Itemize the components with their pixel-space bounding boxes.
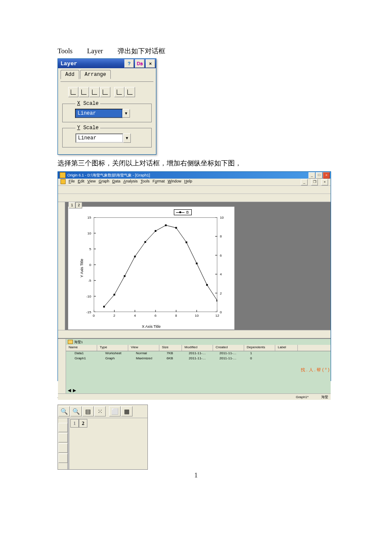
toolbar-button[interactable] (282, 331, 289, 338)
toolbar-button[interactable] (217, 331, 224, 338)
maximize-icon[interactable]: □ (316, 172, 323, 179)
vtool-button[interactable] (58, 305, 65, 312)
toolbar-button[interactable] (299, 186, 306, 193)
toolbar-button[interactable] (95, 186, 101, 193)
toolbar-button[interactable] (66, 194, 72, 201)
toolbar-button[interactable] (79, 331, 86, 338)
dock-icon-button[interactable]: Dʙ (135, 59, 144, 68)
toolbar-button[interactable] (233, 331, 239, 338)
y-axis-title[interactable]: Y Axis Title (80, 259, 84, 278)
snippet-layer-1[interactable]: 1 (70, 419, 79, 428)
toolbar-button[interactable] (275, 331, 282, 338)
layout-icon-2[interactable] (58, 433, 68, 442)
toolbar-button[interactable] (292, 186, 299, 193)
zoom-in-icon[interactable]: 🔍 (58, 406, 70, 416)
project-scroll[interactable]: ◀ ▶ (66, 387, 76, 393)
toolbar-button[interactable] (96, 194, 103, 201)
toolbar-button[interactable] (88, 186, 95, 193)
layer-tabs[interactable]: 1 2 (69, 202, 82, 208)
toolbar-button[interactable] (153, 331, 159, 338)
toolbar-button[interactable] (125, 194, 132, 201)
toolbar-button[interactable] (72, 194, 79, 201)
zoom-out-icon[interactable]: 🔍 (70, 406, 82, 416)
toolbar-button[interactable] (234, 186, 241, 193)
toolbar-button[interactable] (161, 186, 168, 193)
toolbar-button[interactable] (95, 331, 101, 338)
snippet-layer-tabs[interactable]: 1 2 (70, 419, 87, 428)
vtool-button[interactable] (58, 203, 65, 210)
table-row[interactable]: Data1WorksheetNormal7KB2011-11-…2011-11-… (72, 351, 331, 356)
col-header[interactable]: Modified (182, 345, 213, 351)
toolbar-button[interactable] (291, 331, 297, 338)
toolbar-button[interactable] (103, 186, 110, 193)
menu-edit[interactable]: Edit (78, 179, 85, 185)
toolbar-button[interactable] (110, 194, 117, 201)
project-explorer[interactable]: 海莹1 NameTypeViewSizeModifiedCreatedDepen… (58, 338, 331, 393)
snippet-toolbar[interactable]: 🔍 🔍 ▤ ⁙ ⬜ ▦ (58, 405, 147, 418)
toolbar-button[interactable] (205, 186, 212, 193)
toolbar-button[interactable] (195, 331, 202, 338)
toolbar-button[interactable] (166, 331, 173, 338)
toolbar-secondary[interactable] (58, 194, 331, 202)
toolbar-button[interactable] (277, 186, 284, 193)
vtool-button[interactable] (58, 312, 65, 319)
close-icon[interactable]: × (323, 172, 330, 179)
vtool-button[interactable] (58, 285, 65, 292)
layout-icon-4[interactable] (58, 454, 68, 463)
vtool-button[interactable] (58, 223, 65, 230)
dropdown-icon[interactable]: ▼ (122, 109, 130, 118)
toolbar-button[interactable] (175, 331, 182, 338)
toolbar-button[interactable] (137, 331, 144, 338)
toolbar-button[interactable] (224, 331, 231, 338)
axis-type-icon-3[interactable] (89, 87, 100, 97)
toolbar-button[interactable] (239, 331, 246, 338)
yscale-select[interactable]: Linear ▼ (75, 133, 131, 143)
vertical-toolbar[interactable] (58, 202, 65, 330)
toolbar-button[interactable] (246, 331, 253, 338)
close-icon-button[interactable]: × (146, 59, 155, 68)
toolbar-button[interactable] (72, 331, 79, 338)
help-icon-button[interactable]: ? (124, 59, 134, 68)
vtool-button[interactable] (58, 264, 65, 271)
menu-view[interactable]: View (87, 179, 95, 185)
layer-dialog-titlebar[interactable]: Layer ? Dʙ × (58, 59, 156, 68)
xscale-select[interactable]: Linear ▼ (75, 109, 130, 118)
toolbar-button[interactable] (108, 331, 115, 338)
toolbar-button[interactable] (219, 186, 226, 193)
toolbar-button[interactable] (81, 186, 88, 193)
snippet-vtoolbar[interactable] (58, 418, 68, 469)
toolbar-button[interactable] (153, 186, 159, 193)
toolbar-button[interactable] (175, 186, 182, 193)
toolbar-button[interactable] (182, 331, 188, 338)
col-header[interactable]: Name (66, 345, 97, 351)
toolbar-button[interactable] (88, 331, 95, 338)
menu-tools[interactable]: Tools (141, 179, 150, 185)
col-header[interactable]: Created (213, 345, 244, 351)
vtool-button[interactable] (58, 278, 65, 285)
col-header[interactable]: Dependents (244, 345, 275, 351)
menu-window[interactable]: Window (168, 179, 182, 185)
toolbar-button[interactable] (88, 194, 95, 201)
toolbar-button[interactable] (297, 331, 304, 338)
toolbar-button[interactable] (168, 186, 175, 193)
vtool-button[interactable] (58, 244, 65, 251)
layout-icon-1[interactable] (58, 423, 68, 432)
toolbar-button[interactable] (132, 186, 139, 193)
toolbar-button[interactable] (190, 186, 197, 193)
col-header[interactable]: Label (275, 345, 298, 351)
layout-icon-3[interactable] (58, 443, 68, 453)
scroll-right-icon[interactable]: ▶ (73, 388, 76, 393)
toolbar-button[interactable] (212, 186, 219, 193)
menu-format[interactable]: Format (153, 179, 165, 185)
tab-add[interactable]: Add (61, 70, 79, 79)
toolbar-button[interactable] (81, 194, 88, 201)
toolbar-button[interactable] (118, 194, 125, 201)
plot-window[interactable]: B Y Axis Title X Axis Title 024681012 (68, 206, 235, 330)
scroll-left-icon[interactable]: ◀ (68, 388, 71, 393)
axis-type-icon-1[interactable] (68, 87, 78, 97)
toolbar-button[interactable] (59, 194, 66, 201)
vtool-button[interactable] (58, 230, 65, 237)
vtool-button[interactable] (58, 210, 65, 217)
vtool-button[interactable] (58, 237, 65, 244)
toolbar-button[interactable] (117, 186, 124, 193)
